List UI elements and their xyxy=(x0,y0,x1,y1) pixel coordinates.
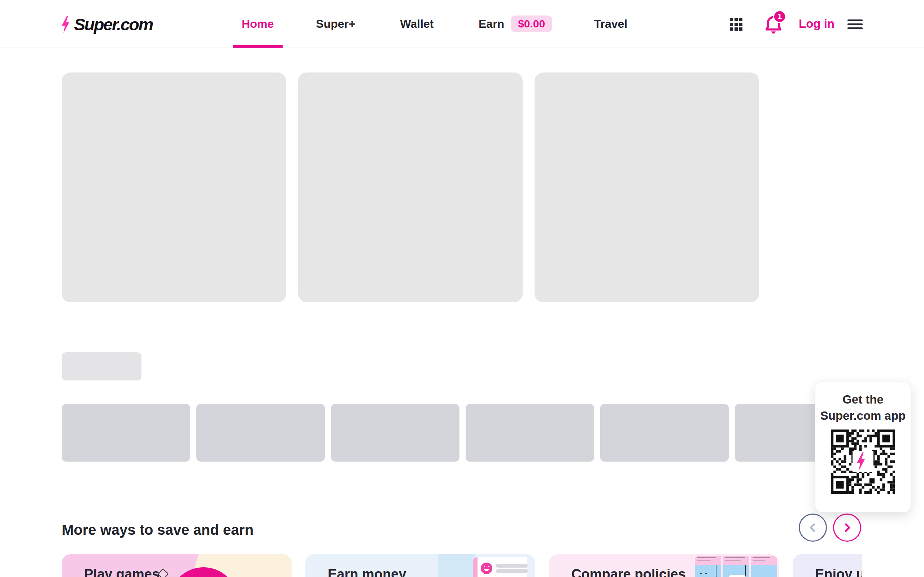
skeleton-tile xyxy=(331,404,459,462)
lightning-bolt-icon xyxy=(62,16,73,34)
tab-earn-label: Earn xyxy=(478,17,504,31)
tab-travel[interactable]: Travel xyxy=(584,0,638,48)
top-navigation-bar: Super.com Home Super+ Wallet Earn $0.00 … xyxy=(0,0,924,48)
promo-carousel: Play games Earn money xyxy=(62,554,862,577)
notifications-button[interactable]: 1 xyxy=(763,15,788,37)
tab-wallet-label: Wallet xyxy=(400,17,433,31)
tab-super-plus[interactable]: Super+ xyxy=(309,0,363,48)
skeleton-tile xyxy=(600,404,729,462)
promo-card-title: Earn money xyxy=(328,567,406,577)
promo-card-play-games[interactable]: Play games xyxy=(62,554,292,577)
tab-super-plus-label: Super+ xyxy=(316,17,355,31)
logo-wordmark: Super.com xyxy=(74,15,153,34)
promo-card-enjoy[interactable]: Enjoy up to xyxy=(793,554,862,577)
tab-home-label: Home xyxy=(242,17,274,31)
promo-card-title: Enjoy up to xyxy=(815,567,862,577)
tab-wallet[interactable]: Wallet xyxy=(390,0,444,48)
promo-card-compare-policies[interactable]: ⌄⌄ Compare policies xyxy=(549,554,779,577)
skeleton-card xyxy=(298,73,523,302)
super-logo[interactable]: Super.com xyxy=(62,15,153,34)
skeleton-tile xyxy=(196,404,325,462)
promo-card-title: Play games xyxy=(84,567,160,577)
chevron-left-icon xyxy=(807,521,819,534)
card-illustration xyxy=(438,554,475,577)
tiles-skeleton-row xyxy=(62,404,862,462)
qr-lightning-bolt-icon xyxy=(853,451,874,472)
qr-code xyxy=(831,429,895,494)
skeleton-tile xyxy=(465,404,594,462)
get-app-title-line1: Get the xyxy=(815,391,911,408)
earn-balance-badge: $0.00 xyxy=(511,16,552,32)
section-title: More ways to save and earn xyxy=(62,522,254,538)
smiley-icon xyxy=(481,562,492,574)
notification-count-badge: 1 xyxy=(773,10,786,23)
menu-icon[interactable] xyxy=(848,19,863,31)
skeleton-card xyxy=(62,73,286,302)
skeleton-label-bar xyxy=(62,352,142,380)
carousel-next-button[interactable] xyxy=(833,514,861,542)
super-homepage: Super.com Home Super+ Wallet Earn $0.00 … xyxy=(0,0,924,577)
tab-home[interactable]: Home xyxy=(233,0,283,48)
chevron-right-icon xyxy=(841,521,853,534)
tab-earn[interactable]: Earn $0.00 xyxy=(478,0,552,48)
tab-travel-label: Travel xyxy=(594,17,628,31)
skeleton-tile xyxy=(62,404,190,462)
get-app-card: Get the Super.com app xyxy=(815,382,911,513)
carousel-prev-button[interactable] xyxy=(799,514,827,542)
get-app-title-line2: Super.com app xyxy=(815,408,911,424)
featured-skeleton-row xyxy=(62,73,759,302)
promo-card-earn-money[interactable]: Earn money xyxy=(305,554,535,577)
card-illustration-windows: ⌄⌄ xyxy=(695,556,777,577)
promo-card-title: Compare policies xyxy=(571,567,686,577)
log-in-button[interactable]: Log in xyxy=(799,17,835,31)
card-illustration-survey xyxy=(473,557,527,577)
skeleton-card xyxy=(535,73,759,302)
apps-grid-icon[interactable] xyxy=(730,18,743,31)
